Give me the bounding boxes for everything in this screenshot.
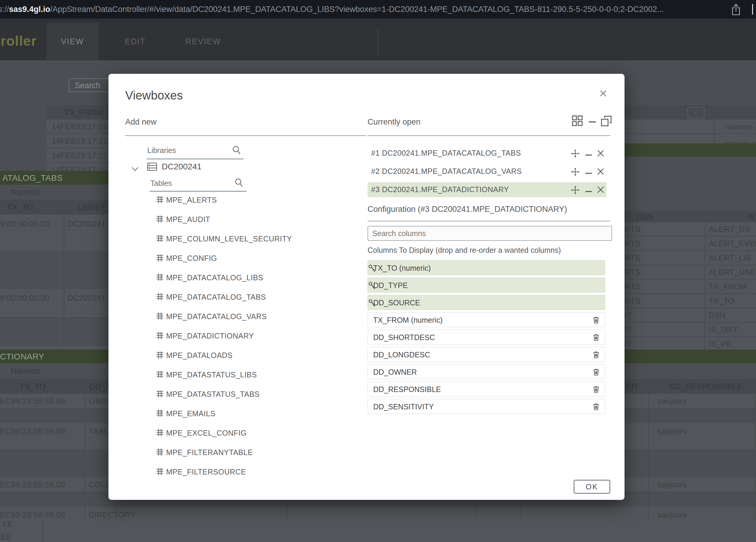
currently-open-heading: Currently open <box>368 117 420 127</box>
table-list-item[interactable]: MPE_DATACATALOG_TABS <box>152 290 367 310</box>
table-list-item[interactable]: MPE_COLUMN_LEVEL_SECURITY <box>152 232 367 252</box>
table-list-item[interactable]: MPE_CONFIG <box>152 252 367 271</box>
trash-icon[interactable] <box>592 385 601 395</box>
column-chip[interactable]: DD_LONGDESC <box>368 347 605 362</box>
page-url[interactable]: s://sas9.4gl.io/AppStream/DataController… <box>0 0 664 19</box>
column-chip[interactable]: TX_FROM (numeric) <box>368 312 605 327</box>
cell-name: ALERT_EVEN <box>709 239 756 248</box>
viewboxes-dialog: Viewboxes × Add new Libraries DC200241 T… <box>108 74 625 500</box>
table-name: MPE_DATACATALOG_LIBS <box>166 273 263 282</box>
column-chip-key[interactable]: DD_SOURCE <box>368 295 605 310</box>
move-icon[interactable] <box>571 186 580 196</box>
table-grid-icon <box>155 312 164 322</box>
table-list-item[interactable]: MPE_DATALOADS <box>152 349 367 368</box>
minimize-icon[interactable] <box>585 189 593 194</box>
minimize-all-icon[interactable] <box>588 119 597 125</box>
table-name: MPE_COLUMN_LEVEL_SECURITY <box>166 235 292 243</box>
cell-name: DSN <box>709 311 726 320</box>
cell-tx-from: 14FEB23:17:21:2 <box>52 137 114 146</box>
column-chip[interactable]: DD_SHORTDESC <box>368 330 605 345</box>
viewbox2-rows: RTS ALERT_DS RTS ALERT_EVEN RTS ALERT_LI… <box>623 222 756 351</box>
move-icon[interactable] <box>571 167 580 177</box>
table-list-item[interactable]: MPE_DATACATALOG_VARS <box>152 310 367 329</box>
browser-url-bar[interactable]: s://sas9.4gl.io/AppStream/DataController… <box>0 0 756 19</box>
table-list-item[interactable]: MPE_DATASTATUS_LIBS <box>152 368 367 388</box>
column-divider <box>64 200 64 350</box>
close-icon[interactable]: × <box>599 86 607 100</box>
table-row: RTS ALERT_LIB <box>623 251 756 265</box>
columns-to-display-label: Columns To Display (drop and re-order a … <box>368 246 561 255</box>
table-list-item[interactable]: MPE_DATADICTIONARY <box>152 329 367 349</box>
trash-icon[interactable] <box>592 368 601 378</box>
chevron-down-icon[interactable] <box>131 165 139 174</box>
table-list-item[interactable]: MPE_AUDIT <box>152 213 367 232</box>
open-viewbox-row[interactable]: #3 DC200241.MPE_DATADICTIONARY <box>368 182 607 197</box>
search-icon[interactable] <box>234 177 244 189</box>
tile-layout-icon[interactable] <box>572 115 583 128</box>
open-viewbox-row[interactable]: #2 DC200241.MPE_DATACATALOG_VARS <box>368 164 607 179</box>
cell-name: TX_TO <box>709 296 734 306</box>
column-chip[interactable]: DD_RESPONSIBLE <box>368 382 605 396</box>
column-chip-label: TX_TO (numeric) <box>373 264 431 272</box>
table-row: RTS ALERT_USER <box>623 265 756 280</box>
column-chip[interactable]: DD_SENSITIVITY <box>368 399 605 414</box>
column-chip-label: DD_RESPONSIBLE <box>373 385 441 394</box>
column-chip-key[interactable]: DD_TYPE <box>368 278 605 293</box>
table-list-item[interactable]: MPE_DATASTATUS_TABS <box>152 388 367 407</box>
cell-tx-from: 14FEB23:17:21:2 <box>52 122 114 131</box>
key-icon <box>368 264 377 274</box>
col-header-tx-to: TX_TO <box>7 203 33 212</box>
open-viewbox-row[interactable]: #1 DC200241.MPE_DATACATALOG_TABS <box>368 146 607 161</box>
open-viewbox-label: #1 DC200241.MPE_DATACATALOG_TABS <box>371 149 521 157</box>
table-grid-icon <box>155 467 164 477</box>
table-grid-icon <box>155 370 164 380</box>
table-list-item[interactable]: MPE_DATACATALOG_LIBS <box>152 271 367 290</box>
trash-icon[interactable] <box>592 402 601 412</box>
filter-dropdown-icon: ▼ <box>687 107 705 119</box>
minimize-icon[interactable] <box>585 170 593 176</box>
tables-list: MPE_ALERTS MPE_AUDIT MPE_COLUMN_LEVEL_SE… <box>152 193 367 485</box>
nav-divider <box>378 29 378 54</box>
minimize-icon[interactable] <box>585 152 593 157</box>
table-grid-icon <box>155 234 164 244</box>
trash-icon[interactable] <box>592 333 601 343</box>
column-chip[interactable]: DD_OWNER <box>368 364 605 379</box>
table-list-item[interactable]: MPE_EXCEL_CONFIG <box>152 426 367 446</box>
close-viewbox-icon[interactable] <box>596 167 605 177</box>
cascade-layout-icon[interactable] <box>601 115 612 128</box>
search-columns-input[interactable] <box>368 226 612 241</box>
column-chip-key[interactable]: TX_TO (numeric) <box>368 260 605 275</box>
table-list-item[interactable]: MPE_FILTERSOURCE <box>152 465 367 485</box>
cell-permissions: rwxrwxr-x <box>724 123 756 132</box>
close-viewbox-icon[interactable] <box>596 186 605 195</box>
section-divider <box>368 135 610 136</box>
key-icon <box>368 298 377 309</box>
close-viewbox-icon[interactable] <box>596 149 605 159</box>
cell-name: ALERT_USER <box>709 268 756 277</box>
table-row: IT IS_DIFF <box>623 323 756 337</box>
column-divider <box>705 211 705 350</box>
table-name: MPE_DATACATALOG_VARS <box>166 312 267 321</box>
cell-dsn-fragment: RTS <box>625 239 640 248</box>
table-list-item[interactable]: MPE_EMAILS <box>152 407 367 426</box>
tables-search-input[interactable]: Tables <box>150 179 172 188</box>
column-chip-label: TX_FROM (numeric) <box>373 316 443 324</box>
table-row: RTS ALERT_DS <box>623 222 756 237</box>
open-viewbox-label: #2 DC200241.MPE_DATACATALOG_VARS <box>371 167 522 176</box>
search-icon[interactable] <box>232 145 242 157</box>
tab-review: REVIEW <box>179 23 227 60</box>
move-icon[interactable] <box>571 149 580 159</box>
libraries-search-input[interactable]: Libraries <box>147 146 176 155</box>
table-name: MPE_FILTERSOURCE <box>166 468 246 476</box>
trash-icon[interactable] <box>592 350 601 360</box>
trash-icon[interactable] <box>592 316 601 326</box>
ok-button[interactable]: OK <box>574 480 610 494</box>
columns-list: TX_TO (numeric) DD_TYPE DD_SOURC <box>368 260 605 416</box>
table-name: MPE_EXCEL_CONFIG <box>166 429 247 437</box>
url-host: sas9.4gl.io <box>9 5 50 14</box>
table-name: MPE_DATASTATUS_TABS <box>166 390 260 399</box>
cell-name: ALERT_DS <box>709 225 750 234</box>
table-list-item[interactable]: MPE_ALERTS <box>152 193 367 213</box>
table-list-item[interactable]: MPE_FILTERANYTABLE <box>152 446 367 465</box>
input-underline <box>147 159 244 159</box>
